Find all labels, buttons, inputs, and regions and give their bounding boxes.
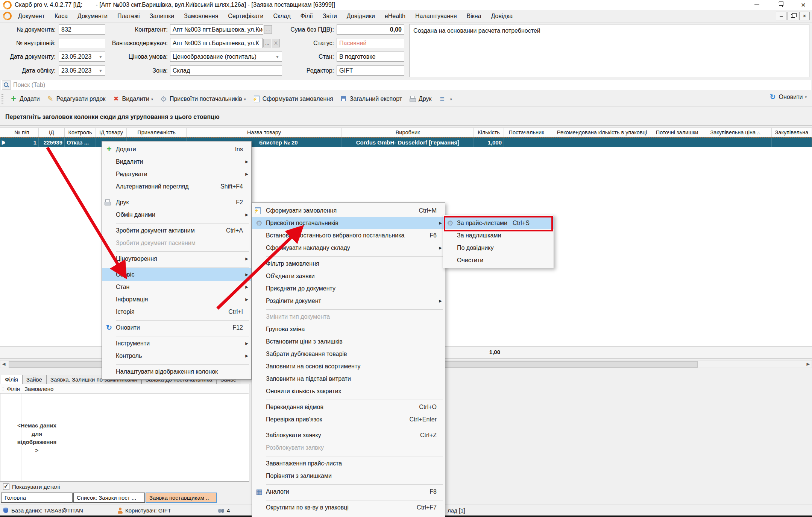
column-header[interactable]: ІД товару — [96, 128, 127, 137]
toolbar-button[interactable]: Редагувати рядок ▾ — [43, 93, 109, 105]
menu-item[interactable]: Об'єднати заявки ▶ — [252, 270, 445, 282]
menu-item[interactable]: ▶ — [252, 454, 445, 457]
column-header[interactable]: Виробник — [342, 128, 474, 137]
menubar-item[interactable]: Документи — [73, 13, 112, 20]
column-header[interactable] — [0, 128, 5, 137]
toolbar-button[interactable]: Сформувати замовлення ▾ — [249, 93, 337, 105]
menubar-item[interactable]: Сертифікати — [223, 13, 268, 20]
column-header[interactable]: Постачальник — [504, 128, 549, 137]
account-date-input[interactable]: 23.05.2023▼ — [59, 65, 105, 76]
menu-item[interactable]: Видалити ▶ — [102, 155, 251, 168]
menu-item[interactable]: ▶ — [102, 334, 251, 337]
sum-no-vat-input[interactable]: 0,00 — [337, 24, 404, 35]
menu-item[interactable]: Забрати дублювання товарів ▶ — [252, 348, 445, 360]
menubar-item[interactable]: Платежі — [112, 13, 145, 20]
menu-item[interactable]: По довіднику ▶ — [443, 242, 554, 254]
menu-item[interactable]: ▶ — [102, 265, 251, 268]
menubar-item[interactable]: Замовлення — [179, 13, 223, 20]
menu-item[interactable]: Присвоїти постачальників ▶ — [252, 217, 445, 229]
menu-item[interactable]: ▶ — [102, 193, 251, 196]
menu-item[interactable]: Фільтр замовлення ▶ — [252, 257, 445, 270]
menu-item[interactable]: Оновити F12 ▶ — [102, 321, 251, 334]
menu-item[interactable]: Очистити ▶ — [443, 254, 554, 266]
detail-column-ordered[interactable]: Замовлено — [22, 386, 53, 392]
contragent-input[interactable]: Апт №003 пгт.Барышевка, ул.Киев — [170, 24, 263, 35]
menu-item[interactable]: Аналоги F8 ▶ — [252, 485, 445, 498]
doc-number-input[interactable]: 832 — [59, 24, 105, 35]
toolbar-button[interactable]: Присвоїти постачальників ▾ — [156, 93, 249, 105]
menu-item[interactable]: Перевірка прив'язок Ctrl+Enter ▶ — [252, 413, 445, 426]
menu-item[interactable]: Налаштувати відображення колонок ▶ — [102, 365, 251, 378]
column-header[interactable]: Закупівельна ціна — [699, 128, 772, 137]
menu-item[interactable]: Зробити документ активним Ctrl+A ▶ — [102, 224, 251, 237]
menubar-item[interactable]: Довідники — [342, 13, 380, 20]
menu-item[interactable]: ▶ — [102, 249, 251, 252]
toolbar-button[interactable]: Додати ▾ — [6, 93, 43, 105]
menu-item[interactable]: Оновити кількість закритих ▶ — [252, 385, 445, 397]
menubar-item[interactable]: Довідка — [486, 13, 518, 20]
menu-item[interactable]: Заповнити на підставі витрати ▶ — [252, 373, 445, 385]
menu-item[interactable]: ▶ — [102, 318, 251, 321]
detail-column-filia[interactable]: Філія — [6, 386, 22, 392]
column-header[interactable]: ІД — [39, 128, 65, 137]
menu-item[interactable]: Перек­идання відмов Ctrl+O ▶ — [252, 401, 445, 413]
menu-item[interactable]: Історія Ctrl+I ▶ — [102, 306, 251, 318]
mdi-minimize-button[interactable] — [776, 12, 786, 20]
menu-item[interactable]: Заблокувати заявку Ctrl+Z ▶ — [252, 429, 445, 441]
menu-item[interactable]: Альтернативний перегляд Shift+F4 ▶ — [102, 180, 251, 193]
column-header[interactable]: № п/п — [5, 128, 39, 137]
menu-item[interactable]: Приєднати до документу ▶ — [252, 282, 445, 295]
toolbar-button[interactable]: Видалити ▾ — [109, 93, 156, 105]
menu-item[interactable]: Заповнити на основі асортименту ▶ — [252, 360, 445, 373]
menu-item[interactable]: Додати Ins ▶ — [102, 143, 251, 155]
menubar-item[interactable]: Звіти — [318, 13, 342, 20]
doc-date-input[interactable]: 23.05.2023▼ — [59, 52, 105, 62]
scroll-right-icon[interactable]: ▶ — [807, 362, 810, 366]
scroll-left-icon[interactable]: ◀ — [2, 362, 5, 366]
menu-item[interactable]: Порівняти з залишками ▶ — [252, 470, 445, 482]
show-details-checkbox[interactable]: Показувати деталі — [3, 484, 60, 490]
menu-item[interactable]: Інформація ▶ — [102, 293, 251, 306]
menubar-item[interactable]: Склад — [268, 13, 295, 20]
menu-item[interactable]: Зробити документ пасивним ▶ — [102, 237, 251, 249]
column-header[interactable]: Контроль — [65, 128, 96, 137]
menu-item[interactable]: Інструменти ▶ — [102, 337, 251, 350]
restore-button[interactable] — [775, 1, 785, 9]
menu-item[interactable]: Обмін даними ▶ — [102, 208, 251, 221]
menu-item[interactable]: За прайс-листами Ctrl+S ▶ — [443, 217, 554, 229]
menu-item[interactable]: Друк F2 ▶ — [102, 196, 251, 208]
menu-item[interactable]: Встановити ціни з залишків ▶ — [252, 335, 445, 348]
menu-item[interactable]: Сформувати замовлення Ctrl+M ▶ — [252, 204, 445, 217]
menubar-item[interactable]: Каса — [50, 13, 73, 20]
consignee-input[interactable]: Апт №003 пгт.Барышевка, ул.К — [170, 38, 263, 48]
menu-item[interactable]: ▶ — [102, 221, 251, 224]
menubar-item[interactable]: eHealth — [380, 13, 410, 20]
search-input[interactable]: Поиск (Tab) — [1, 80, 811, 90]
view-tab[interactable]: Заявка поставщикам .. — [146, 493, 217, 503]
menu-item[interactable]: За надлишками ▶ — [443, 229, 554, 242]
menu-item[interactable]: ▶ — [252, 426, 445, 429]
view-tab[interactable]: Головна — [1, 493, 73, 503]
menu-item[interactable]: Округлити по кв-ву в упаковці Ctrl+F7 ▶ — [252, 501, 445, 514]
menu-item[interactable]: ▶ — [252, 254, 445, 257]
mdi-close-button[interactable]: × — [799, 12, 810, 20]
column-header[interactable]: Закупівельна — [772, 128, 812, 137]
menu-item[interactable]: Стан ▶ — [102, 281, 251, 293]
menu-item[interactable]: ▶ — [102, 362, 251, 365]
menubar-item[interactable]: Філії — [296, 13, 318, 20]
menu-item[interactable]: Редагувати ▶ — [102, 168, 251, 180]
menubar-item[interactable]: Налаштування — [410, 13, 462, 20]
column-header[interactable]: Приналежність — [127, 128, 187, 137]
toolbar-button[interactable]: Друк ▾ — [405, 93, 435, 105]
menu-item[interactable]: ▶ — [252, 498, 445, 501]
internal-number-input[interactable] — [59, 38, 105, 48]
menu-item[interactable]: Ціноутворення ▶ — [102, 252, 251, 265]
mdi-restore-button[interactable] — [788, 12, 798, 20]
menu-item[interactable]: Розділити документ ▶ — [252, 295, 445, 307]
toolbar-button[interactable]: Загальний експорт ▾ — [337, 93, 405, 105]
menu-item[interactable]: Сформувати накладну складу ▶ — [252, 242, 445, 254]
detail-tab[interactable]: Зайве — [22, 375, 46, 384]
column-header[interactable]: Назва товару — [187, 128, 342, 137]
minimize-button[interactable] — [752, 1, 762, 9]
column-header[interactable]: Рекомендована кількість в упаковці — [549, 128, 655, 137]
